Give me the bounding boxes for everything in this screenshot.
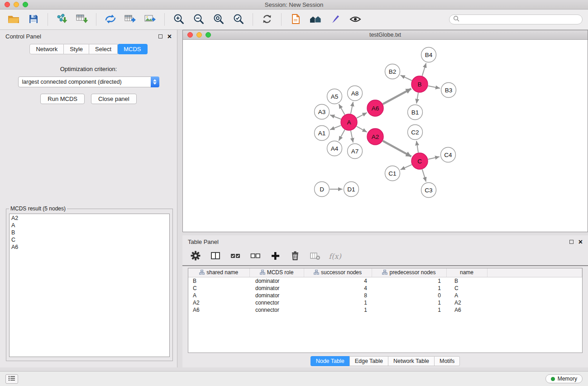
search-icon (453, 15, 459, 24)
search-input[interactable] (461, 16, 578, 23)
float-panel-icon[interactable] (158, 34, 163, 38)
app-title: Session: New Session (0, 1, 588, 8)
graph-node-B4[interactable]: B4 (421, 48, 436, 62)
svg-text:C1: C1 (388, 170, 396, 177)
tab-node-table[interactable]: Node Table (311, 356, 350, 366)
tab-edge-table[interactable]: Edge Table (349, 356, 388, 366)
column-header-name[interactable]: name (446, 268, 487, 277)
mcds-result-list[interactable]: A2ABCA6 (9, 214, 170, 357)
network-minimize-button[interactable] (196, 32, 202, 38)
import-network-button[interactable] (54, 12, 70, 27)
table-row[interactable]: Bdominator41B (188, 277, 582, 285)
graph-node-A6[interactable]: A6 (367, 100, 383, 116)
table-settings-button[interactable] (189, 249, 202, 263)
tab-network[interactable]: Network (29, 44, 64, 54)
add-column-button[interactable] (268, 249, 282, 263)
column-header-mcds-role[interactable]: MCDS role (249, 268, 304, 277)
zoom-fit-button[interactable] (210, 12, 227, 27)
home-button[interactable] (307, 12, 324, 27)
zoom-selected-button[interactable] (230, 12, 247, 27)
result-list-item[interactable]: C (11, 236, 167, 243)
column-header-successor-nodes[interactable]: successor nodes (304, 268, 372, 277)
zoom-out-button[interactable] (191, 12, 207, 27)
graph-node-D1[interactable]: D1 (344, 182, 359, 197)
graph-node-D[interactable]: D (315, 182, 330, 197)
svg-text:A4: A4 (331, 145, 339, 152)
tab-style[interactable]: Style (64, 44, 89, 54)
table-row[interactable]: A6connector11A6 (188, 306, 582, 314)
svg-text:A2: A2 (372, 133, 379, 140)
optimization-dropdown[interactable]: largest connected component (directed) (18, 76, 159, 87)
import-table-button[interactable] (74, 12, 90, 27)
tab-network-table[interactable]: Network Table (388, 356, 435, 366)
column-header-predecessor-nodes[interactable]: predecessor nodes (372, 268, 446, 277)
open-session-button[interactable] (5, 12, 22, 27)
graph-node-C3[interactable]: C3 (421, 183, 436, 198)
result-list-item[interactable]: B (11, 229, 167, 236)
close-panel-button[interactable]: Close panel (91, 94, 137, 104)
toggle-columns-button[interactable] (209, 249, 222, 263)
tab-select[interactable]: Select (89, 44, 118, 54)
function-builder-button[interactable]: f(x) (328, 249, 342, 263)
graph-node-A7[interactable]: A7 (348, 144, 363, 159)
fullscreen-window-button[interactable] (23, 2, 28, 7)
graph-node-B2[interactable]: B2 (385, 64, 400, 79)
column-header-shared-name[interactable]: shared name (188, 268, 249, 277)
graph-node-A5[interactable]: A5 (327, 89, 342, 104)
graph-node-A1[interactable]: A1 (315, 126, 330, 141)
network-zoom-button[interactable] (206, 32, 211, 38)
result-list-item[interactable]: A2 (11, 214, 167, 222)
search-field[interactable] (449, 14, 583, 24)
graph-node-B[interactable]: B (411, 76, 428, 92)
export-table-button[interactable] (122, 12, 139, 27)
result-list-item[interactable]: A (11, 222, 167, 229)
delete-button[interactable] (288, 249, 302, 263)
graph-node-A3[interactable]: A3 (315, 105, 330, 119)
graph-node-A8[interactable]: A8 (348, 86, 363, 101)
graph-node-A[interactable]: A (341, 114, 357, 130)
svg-text:A3: A3 (318, 109, 326, 115)
network-close-button[interactable] (187, 32, 193, 38)
run-mcds-button[interactable]: Run MCDS (40, 94, 85, 104)
table-row[interactable]: Cdominator41C (188, 285, 582, 292)
close-panel-x-icon[interactable]: × (167, 34, 172, 39)
refresh-layout-button[interactable] (259, 12, 275, 27)
panel-toggle-button[interactable] (5, 374, 18, 384)
result-list-item[interactable]: A6 (11, 243, 167, 251)
zoom-in-icon (173, 13, 185, 26)
graph-node-A2[interactable]: A2 (367, 129, 383, 145)
graph-node-B3[interactable]: B3 (441, 83, 456, 98)
delete-column-button[interactable] (308, 249, 322, 263)
graph-node-B1[interactable]: B1 (408, 105, 423, 120)
tab-motifs[interactable]: Motifs (434, 356, 460, 366)
zoom-in-button[interactable] (171, 12, 187, 27)
graph-node-C2[interactable]: C2 (408, 125, 423, 140)
table-toolbar: f(x) (182, 246, 588, 266)
style-brush-button[interactable] (327, 12, 344, 27)
traffic-lights (5, 2, 28, 7)
show-hide-button[interactable] (347, 12, 363, 27)
network-canvas[interactable]: B4B2BB3A5A8A6B1A3AC2A1A2A4A7C4CC1C3DD1 (183, 40, 588, 232)
close-window-button[interactable] (5, 2, 10, 7)
svg-text:A: A (347, 119, 351, 126)
close-table-panel-x-icon[interactable]: × (578, 240, 583, 244)
trash-icon (290, 250, 301, 262)
save-session-button[interactable] (25, 12, 42, 27)
minimize-window-button[interactable] (14, 2, 19, 7)
network-window-titlebar[interactable]: testGlobe.txt (183, 30, 588, 40)
graph-node-A4[interactable]: A4 (327, 141, 342, 156)
open-document-button[interactable] (287, 12, 304, 27)
table-row[interactable]: A2connector11A2 (188, 299, 582, 306)
float-table-panel-icon[interactable] (569, 240, 574, 244)
graph-node-C4[interactable]: C4 (441, 148, 456, 162)
table-row[interactable]: Adominator80A (188, 292, 582, 299)
toolbar-separator (164, 13, 165, 26)
export-image-button[interactable] (142, 12, 158, 27)
deselect-all-button[interactable] (249, 249, 262, 263)
memory-button[interactable]: Memory (545, 374, 583, 383)
select-all-button[interactable] (229, 249, 242, 263)
graph-node-C1[interactable]: C1 (385, 166, 400, 181)
export-network-button[interactable] (102, 12, 119, 27)
graph-node-C[interactable]: C (411, 153, 428, 169)
tab-mcds[interactable]: MCDS (118, 44, 147, 54)
